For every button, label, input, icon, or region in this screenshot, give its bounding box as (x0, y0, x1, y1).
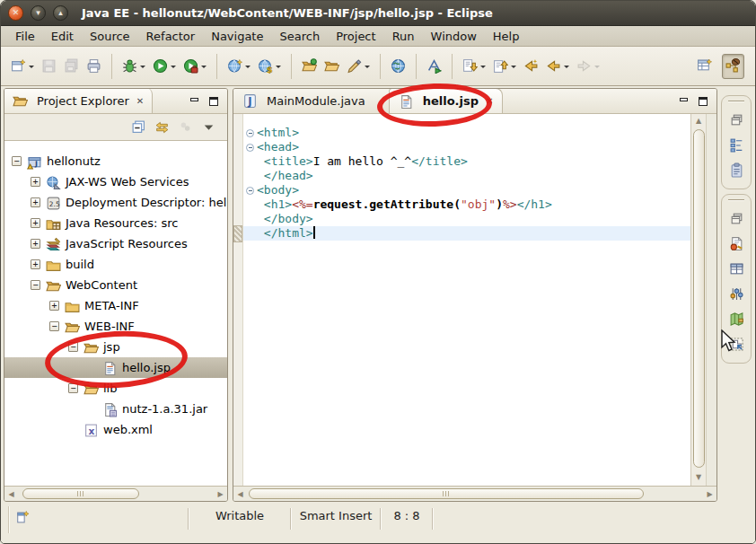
expand-toggle[interactable]: + (31, 177, 40, 187)
menu-refactor[interactable]: Refactor (138, 28, 204, 45)
collapse-toggle[interactable]: − (68, 383, 78, 393)
code-line-2[interactable]: <head> (243, 140, 690, 154)
scroll-down-icon[interactable]: ▼ (696, 473, 701, 484)
expand-toggle[interactable]: + (31, 259, 40, 269)
dropdown-arrow-icon[interactable] (171, 66, 176, 71)
collapse-toggle[interactable]: − (68, 342, 78, 352)
previous-annotation-button[interactable] (491, 57, 518, 75)
menu-window[interactable]: Window (423, 28, 485, 45)
dropdown-arrow-icon[interactable] (245, 66, 251, 71)
code-line-4[interactable]: </head> (243, 169, 690, 183)
markers-view-icon[interactable] (726, 233, 746, 253)
properties-view-icon[interactable] (726, 259, 746, 278)
menu-source[interactable]: Source (82, 28, 138, 45)
external-tools-button[interactable] (181, 57, 208, 75)
outline-view-icon[interactable] (726, 135, 746, 154)
expand-toggle[interactable]: + (49, 301, 59, 311)
tree-item-meta-inf[interactable]: +META-INF (4, 295, 227, 316)
tree-item-hello-jsp[interactable]: hello.jsp (4, 357, 227, 378)
scrollbar-thumb[interactable] (22, 488, 139, 499)
scroll-right-icon[interactable]: ▶ (214, 490, 227, 498)
code-line-1[interactable]: <html> (243, 126, 690, 140)
tree-item-deployment-descriptor-hellonutz[interactable]: +2.5Deployment Descriptor: hellonutz (4, 192, 227, 213)
editor-tab-mainmodule-java[interactable]: JMainModule.java (233, 88, 374, 113)
new-web-service-button[interactable] (225, 57, 252, 75)
view-menu-icon[interactable] (201, 119, 216, 135)
fold-column[interactable] (243, 183, 257, 197)
collapse-toggle[interactable]: − (31, 280, 40, 290)
menu-run[interactable]: Run (384, 28, 423, 45)
fold-collapse-icon[interactable] (246, 129, 254, 137)
scrollbar-thumb[interactable] (249, 488, 644, 499)
run-button[interactable] (151, 57, 178, 75)
dropdown-arrow-icon[interactable] (276, 66, 281, 71)
tree-item-webcontent[interactable]: −WebContent (4, 275, 227, 295)
last-edit-location-button[interactable] (522, 57, 541, 75)
fold-collapse-icon[interactable] (246, 144, 254, 152)
snippets-view-icon[interactable] (726, 334, 746, 354)
dropdown-arrow-icon[interactable] (29, 66, 34, 71)
menu-project[interactable]: Project (328, 28, 383, 45)
project-tree[interactable]: −Jhellonutz+JAX-WS Web Services+2.5Deplo… (4, 141, 227, 486)
dropdown-arrow-icon[interactable] (365, 66, 370, 71)
restore-view-icon[interactable] (726, 208, 746, 228)
dropdown-arrow-icon[interactable] (511, 66, 516, 71)
close-tab-icon[interactable]: ✕ (486, 96, 493, 106)
web-folder-button[interactable] (300, 57, 319, 75)
dropdown-arrow-icon[interactable] (594, 66, 600, 71)
restore-view-icon[interactable] (726, 110, 746, 129)
drag-handle[interactable] (728, 101, 744, 102)
minimize-editor-button[interactable] (679, 96, 690, 107)
web-browser-button[interactable] (389, 57, 408, 75)
fast-view-button[interactable] (14, 509, 30, 527)
tree-item-build[interactable]: +build (4, 254, 227, 275)
tree-item-web-xml[interactable]: xweb.xml (4, 419, 227, 440)
menu-navigate[interactable]: Navigate (203, 28, 271, 45)
code-line-6[interactable]: <h1><%=request.getAttribute("obj")%></h1… (243, 197, 690, 212)
editor-hscrollbar[interactable]: ◀ ▶ (233, 486, 716, 501)
scroll-left-icon[interactable]: ◀ (4, 490, 18, 498)
dropdown-arrow-icon[interactable] (140, 66, 145, 71)
brush-button[interactable] (345, 57, 372, 75)
minimize-view-button[interactable] (189, 96, 200, 107)
tree-item-javascript-resources[interactable]: +JavaScript Resources (4, 233, 227, 254)
project-explorer-tab[interactable]: Project Explorer ✕ (4, 88, 153, 113)
fold-column[interactable] (243, 140, 257, 154)
new-wizard-button[interactable] (9, 57, 36, 75)
back-button[interactable] (544, 57, 571, 75)
print-button[interactable] (84, 57, 103, 75)
scroll-right-icon[interactable]: ▶ (703, 490, 716, 498)
open-perspective-button[interactable] (693, 54, 716, 79)
code-editor[interactable]: <html><head> <title>I am hello ^_^</titl… (243, 114, 690, 486)
dropdown-arrow-icon[interactable] (564, 66, 569, 71)
collapse-all-icon[interactable] (131, 119, 146, 135)
expand-toggle[interactable]: + (31, 239, 40, 249)
titlebar[interactable]: ✕▾▴ Java EE - hellonutz/WebContent/WEB-I… (1, 1, 755, 26)
task-list-view-icon[interactable] (726, 160, 746, 180)
dropdown-arrow-icon[interactable] (201, 66, 207, 71)
tree-item-hellonutz[interactable]: −Jhellonutz (4, 151, 227, 171)
minimize-button[interactable]: ▾ (31, 5, 46, 21)
link-with-editor-icon[interactable] (154, 119, 170, 135)
debug-button[interactable] (120, 57, 147, 75)
expand-toggle[interactable]: + (31, 218, 40, 228)
menu-help[interactable]: Help (485, 28, 528, 45)
run-ant-button[interactable] (425, 57, 444, 75)
code-line-8[interactable]: </html> (243, 226, 690, 241)
collapse-toggle[interactable]: − (12, 156, 22, 166)
editor-tab-hello-jsp[interactable]: hello.jsp✕ (389, 88, 504, 113)
expand-toggle[interactable]: + (31, 197, 40, 207)
java-ee-perspective-button[interactable] (722, 54, 744, 79)
code-line-7[interactable]: </body> (243, 212, 690, 226)
code-line-5[interactable]: <body> (243, 183, 690, 197)
menu-file[interactable]: File (7, 28, 43, 45)
editor-vscrollbar[interactable]: ▲ ▼ (690, 114, 706, 486)
next-annotation-button[interactable] (461, 57, 488, 75)
web-services-explorer-button[interactable]: $ (256, 57, 283, 75)
project-explorer-hscrollbar[interactable]: ◀ ▶ (4, 486, 227, 501)
fold-collapse-icon[interactable] (246, 187, 254, 195)
scroll-up-icon[interactable]: ▲ (696, 117, 701, 127)
maximize-editor-button[interactable] (698, 96, 708, 107)
focus-on-active-task-icon[interactable] (178, 119, 193, 135)
open-folder-button[interactable] (322, 57, 341, 75)
